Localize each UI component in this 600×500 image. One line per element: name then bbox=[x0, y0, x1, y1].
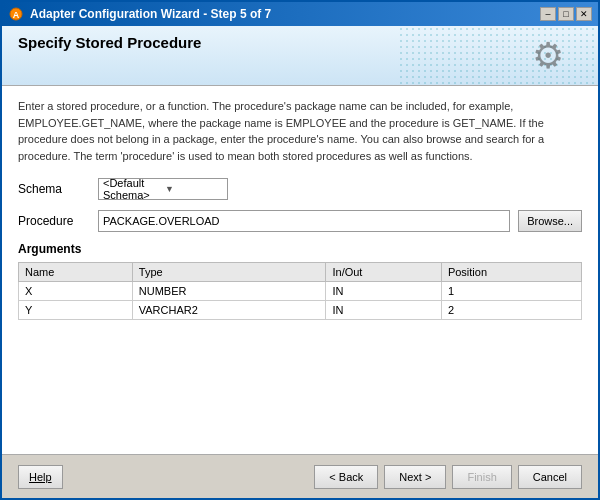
arguments-table: Name Type In/Out Position XNUMBERIN1YVAR… bbox=[18, 262, 582, 320]
schema-value: <Default Schema> bbox=[103, 177, 161, 201]
arguments-label: Arguments bbox=[18, 242, 582, 256]
col-position: Position bbox=[441, 263, 581, 282]
cell-position: 2 bbox=[441, 301, 581, 320]
minimize-button[interactable]: – bbox=[540, 7, 556, 21]
gear-icon: ⚙ bbox=[532, 35, 564, 77]
table-row: YVARCHAR2IN2 bbox=[19, 301, 582, 320]
procedure-label: Procedure bbox=[18, 214, 90, 228]
cancel-button[interactable]: Cancel bbox=[518, 465, 582, 489]
footer-right: < Back Next > Finish Cancel bbox=[314, 465, 582, 489]
table-header: Name Type In/Out Position bbox=[19, 263, 582, 282]
procedure-input[interactable] bbox=[98, 210, 510, 232]
title-bar: A Adapter Configuration Wizard - Step 5 … bbox=[2, 2, 598, 26]
help-button[interactable]: Help bbox=[18, 465, 63, 489]
col-name: Name bbox=[19, 263, 133, 282]
svg-text:A: A bbox=[13, 10, 20, 20]
footer: Help < Back Next > Finish Cancel bbox=[2, 454, 598, 498]
cell-position: 1 bbox=[441, 282, 581, 301]
finish-button[interactable]: Finish bbox=[452, 465, 511, 489]
cell-inout: IN bbox=[326, 282, 441, 301]
back-button[interactable]: < Back bbox=[314, 465, 378, 489]
schema-dropdown[interactable]: <Default Schema> ▼ bbox=[98, 178, 228, 200]
next-button[interactable]: Next > bbox=[384, 465, 446, 489]
browse-button[interactable]: Browse... bbox=[518, 210, 582, 232]
wizard-window: A Adapter Configuration Wizard - Step 5 … bbox=[0, 0, 600, 500]
col-type: Type bbox=[132, 263, 326, 282]
col-inout: In/Out bbox=[326, 263, 441, 282]
procedure-row: Procedure Browse... bbox=[18, 210, 582, 232]
schema-label: Schema bbox=[18, 182, 90, 196]
schema-row: Schema <Default Schema> ▼ bbox=[18, 178, 582, 200]
window-title: Adapter Configuration Wizard - Step 5 of… bbox=[30, 7, 534, 21]
table-body: XNUMBERIN1YVARCHAR2IN2 bbox=[19, 282, 582, 320]
table-header-row: Name Type In/Out Position bbox=[19, 263, 582, 282]
footer-left: Help bbox=[18, 465, 63, 489]
header-graphic: ⚙ bbox=[508, 28, 588, 83]
window-icon: A bbox=[8, 6, 24, 22]
cell-inout: IN bbox=[326, 301, 441, 320]
window-controls: – □ ✕ bbox=[540, 7, 592, 21]
content-area: Enter a stored procedure, or a function.… bbox=[2, 86, 598, 454]
close-button[interactable]: ✕ bbox=[576, 7, 592, 21]
cell-type: VARCHAR2 bbox=[132, 301, 326, 320]
maximize-button[interactable]: □ bbox=[558, 7, 574, 21]
description-text: Enter a stored procedure, or a function.… bbox=[18, 98, 582, 164]
table-row: XNUMBERIN1 bbox=[19, 282, 582, 301]
cell-name: Y bbox=[19, 301, 133, 320]
arguments-section: Arguments Name Type In/Out Position XNUM… bbox=[18, 242, 582, 320]
cell-type: NUMBER bbox=[132, 282, 326, 301]
dropdown-arrow-icon: ▼ bbox=[165, 184, 223, 194]
cell-name: X bbox=[19, 282, 133, 301]
header-area: Specify Stored Procedure ⚙ bbox=[2, 26, 598, 86]
